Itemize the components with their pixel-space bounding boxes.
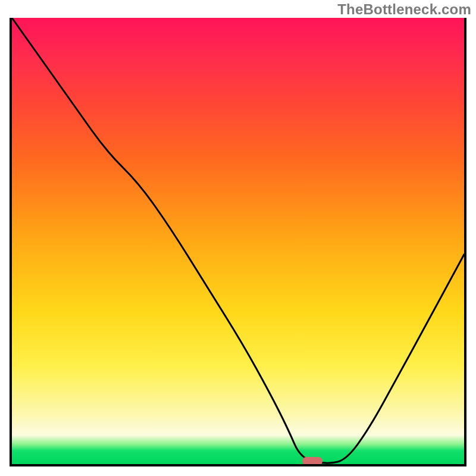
minimum-marker	[302, 457, 322, 465]
chart-curve-svg	[12, 18, 464, 464]
chart-plot-area	[10, 18, 466, 466]
watermark-text: TheBottleneck.com	[337, 1, 471, 18]
bottleneck-curve	[12, 18, 464, 463]
